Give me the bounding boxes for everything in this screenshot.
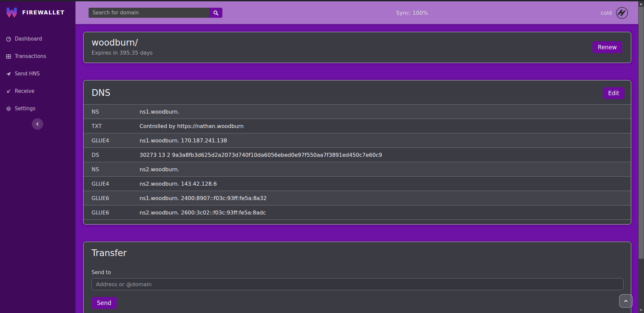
brand-name: FIREWALLET — [22, 9, 65, 16]
firewallet-logo-icon — [5, 6, 18, 19]
window-top-edge — [0, 0, 644, 1]
dns-card-title: DNS — [84, 88, 631, 98]
paper-plane-icon — [6, 71, 11, 77]
sidebar-item-settings[interactable]: Settings — [0, 100, 75, 117]
topbar: Sync: 100% cold — [75, 1, 638, 24]
sidebar: FIREWALLET Dashboard Transactions Send H… — [0, 1, 75, 313]
dns-record-row: GLUE6 ns2.woodburn. 2600:3c02::f03c:93ff… — [84, 205, 631, 220]
search-button[interactable] — [209, 8, 222, 18]
dns-record-value: 30273 13 2 9a3a8fb3d625d2a2073d740f10da6… — [140, 152, 382, 158]
dns-record-type: GLUE6 — [92, 195, 140, 201]
gear-icon — [6, 106, 11, 112]
vertical-scrollbar[interactable] — [638, 1, 644, 313]
dns-record-row: NS ns2.woodburn. — [84, 162, 631, 177]
sidebar-item-label: Transactions — [15, 53, 46, 59]
sync-status: Sync: 100% — [396, 10, 428, 16]
dns-record-value: ns1.woodburn. 2400:8907::f03c:93ff:fe5a:… — [140, 195, 267, 201]
dns-record-type: NS — [92, 166, 140, 173]
wallet-account[interactable]: cold — [601, 7, 628, 19]
dns-card: DNS Edit NS ns1.woodburn. TXT Controlled… — [83, 80, 631, 225]
sidebar-item-label: Send HNS — [15, 71, 40, 77]
dns-record-type: GLUE6 — [92, 209, 140, 216]
dns-record-type: DS — [92, 152, 140, 158]
edit-dns-button[interactable]: Edit — [603, 87, 625, 99]
domain-card: woodburn/ Expires in 395.35 days Renew — [83, 32, 631, 63]
dns-record-row: NS ns1.woodburn. — [84, 105, 631, 119]
chevron-left-icon — [36, 122, 40, 126]
dns-record-type: TXT — [92, 123, 140, 129]
send-to-label: Send to — [92, 269, 623, 275]
search-input[interactable] — [89, 8, 209, 18]
sidebar-item-transactions[interactable]: Transactions — [0, 48, 75, 65]
dns-record-value: ns1.woodburn. — [140, 109, 179, 115]
dns-record-row: DS 30273 13 2 9a3a8fb3d625d2a2073d740f10… — [84, 148, 631, 162]
main-content: woodburn/ Expires in 395.35 days Renew D… — [75, 24, 638, 313]
dns-record-row: GLUE4 ns1.woodburn. 170.187.241.138 — [84, 133, 631, 148]
transfer-card: Transfer Send to Send — [83, 242, 631, 313]
gauge-icon — [6, 36, 11, 42]
domain-search — [89, 8, 222, 18]
chevron-up-icon — [623, 298, 629, 304]
renew-button[interactable]: Renew — [592, 41, 622, 53]
brand[interactable]: FIREWALLET — [0, 1, 75, 22]
send-button[interactable]: Send — [92, 297, 117, 309]
scrollbar-thumb[interactable] — [639, 7, 644, 259]
dns-record-type: GLUE4 — [92, 137, 140, 144]
sidebar-item-label: Dashboard — [15, 36, 42, 42]
dns-record-value: ns1.woodburn. 170.187.241.138 — [140, 137, 227, 144]
sidebar-item-dashboard[interactable]: Dashboard — [0, 30, 75, 48]
domain-title: woodburn/ — [92, 38, 623, 48]
table-icon — [6, 54, 11, 59]
dns-record-value: Controlled by https://nathan.woodburn — [140, 123, 244, 129]
dns-records-table: NS ns1.woodburn. TXT Controlled by https… — [84, 104, 631, 220]
sidebar-nav: Dashboard Transactions Send HNS Receive — [0, 30, 75, 117]
dns-record-value: ns2.woodburn. 2600:3c02::f03c:93ff:fe5a:… — [140, 209, 266, 216]
scrollbar-up-arrow-icon[interactable] — [640, 3, 642, 5]
sidebar-item-receive[interactable]: Receive — [0, 82, 75, 100]
wallet-name: cold — [601, 10, 612, 16]
dns-record-value: ns2.woodburn. 143.42.128.6 — [140, 181, 217, 187]
search-icon — [213, 10, 219, 16]
scroll-to-top-button[interactable] — [619, 294, 633, 308]
dns-record-type: NS — [92, 109, 140, 115]
domain-expiry: Expires in 395.35 days — [92, 50, 623, 56]
scrollbar-down-arrow-icon[interactable] — [640, 309, 642, 311]
sidebar-item-send-hns[interactable]: Send HNS — [0, 65, 75, 82]
dns-record-row: GLUE6 ns1.woodburn. 2400:8907::f03c:93ff… — [84, 191, 631, 205]
dns-record-row: TXT Controlled by https://nathan.woodbur… — [84, 119, 631, 133]
sidebar-collapse-button[interactable] — [32, 118, 43, 130]
dns-record-type: GLUE4 — [92, 181, 140, 187]
handshake-logo-icon[interactable] — [616, 7, 628, 19]
transfer-address-input[interactable] — [92, 278, 624, 290]
dns-record-row: GLUE4 ns2.woodburn. 143.42.128.6 — [84, 177, 631, 191]
arrow-down-left-icon — [6, 88, 11, 94]
transfer-card-title: Transfer — [92, 248, 623, 258]
sidebar-item-label: Receive — [15, 88, 35, 94]
dns-record-value: ns2.woodburn. — [140, 166, 179, 173]
sidebar-item-label: Settings — [15, 106, 36, 112]
